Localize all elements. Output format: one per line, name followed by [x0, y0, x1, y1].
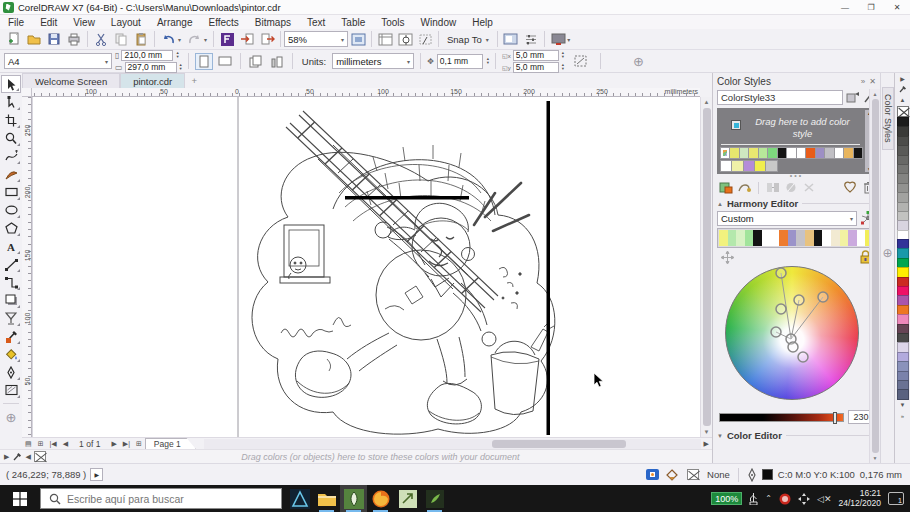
scroll-up-icon[interactable]: ▲ [704, 97, 710, 107]
auto-create-styles-icon[interactable] [846, 91, 860, 104]
page-width-field[interactable]: 210,0 mm [121, 50, 173, 61]
undo-icon[interactable]: ▾ [158, 30, 184, 48]
horizontal-ruler[interactable]: 100 50 0 50 100 150 200 250 millimeters [32, 88, 700, 97]
fullscreen-preview-icon[interactable] [348, 30, 368, 48]
palette-scroll-up-icon[interactable]: ▲ [900, 94, 906, 105]
palette-eyedropper-icon[interactable] [11, 451, 23, 463]
pick-tool[interactable] [1, 75, 21, 93]
application-dropdown-icon[interactable]: ▾ [548, 30, 574, 48]
horizontal-scroll-thumb[interactable] [492, 440, 626, 448]
docker-collapse-icon[interactable]: » [861, 77, 865, 86]
search-input[interactable] [67, 493, 257, 505]
color-style-swatch[interactable] [853, 147, 863, 159]
text-tool[interactable]: A [1, 237, 21, 255]
docker-tab-color-styles[interactable]: Color Styles [882, 87, 894, 150]
new-color-style-icon[interactable] [719, 181, 733, 194]
harmony-collapse-icon[interactable]: ▲ [717, 201, 723, 207]
nudge-spinner[interactable]: ▴▾ [487, 57, 489, 65]
usb-icon[interactable] [749, 493, 758, 505]
print-icon[interactable] [64, 30, 84, 48]
dimension-tool[interactable] [1, 255, 21, 273]
docker-close-icon[interactable]: ✕ [869, 77, 876, 86]
start-button[interactable] [0, 485, 40, 512]
page-1-tab[interactable]: Page 1 [145, 438, 196, 449]
add-property-icon[interactable]: ⊕ [633, 54, 644, 69]
outline-pen-icon[interactable] [747, 468, 757, 482]
cut-icon[interactable] [91, 30, 111, 48]
zoom-tool[interactable] [1, 129, 21, 147]
nudge-field[interactable]: 0,1 mm [437, 54, 483, 69]
brightness-slider[interactable] [719, 413, 844, 422]
battery-indicator[interactable]: 100% [711, 492, 742, 505]
new-document-icon[interactable] [4, 30, 24, 48]
object-manager-icon[interactable]: ▤ [22, 440, 35, 448]
new-harmony-icon[interactable] [737, 181, 751, 194]
taskbar-search[interactable] [40, 488, 282, 509]
tray-expand-icon[interactable]: ⌃ [765, 494, 772, 503]
ruler-origin-corner[interactable] [22, 88, 32, 97]
palette-scroll-left-icon[interactable]: ◀ [25, 453, 30, 461]
no-color-swatch[interactable] [897, 106, 909, 117]
tray-red-app-icon[interactable] [779, 493, 791, 505]
scroll-right-icon[interactable]: ▶ [701, 440, 712, 448]
rectangle-tool[interactable] [1, 183, 21, 201]
new-document-tab-button[interactable]: + [185, 73, 203, 88]
show-rulers-icon[interactable] [375, 30, 395, 48]
tab-pintor-cdr[interactable]: pintor.cdr [120, 73, 185, 88]
add-page-before-icon[interactable]: ⊞ [35, 440, 47, 448]
harmony-preset-combo[interactable]: Custom▾ [717, 211, 857, 226]
menu-layout[interactable]: Layout [103, 15, 149, 29]
page-size-combo[interactable]: A4▾ [4, 53, 112, 69]
show-grid-icon[interactable] [395, 30, 415, 48]
taskbar-app-green-icon[interactable] [394, 485, 421, 512]
sort-styles-icon[interactable] [843, 181, 857, 194]
fill-color-icon[interactable] [665, 468, 679, 481]
scroll-down-icon[interactable]: ▼ [704, 427, 710, 437]
vertical-scrollbar[interactable]: ▲ ▼ [700, 97, 712, 437]
merge-styles-icon[interactable] [766, 181, 780, 194]
interactive-fill-tool[interactable] [1, 381, 21, 399]
color-editor-collapse-icon[interactable]: ▼ [717, 433, 723, 439]
menu-tools[interactable]: Tools [373, 15, 412, 29]
palette-scroll-down-icon[interactable]: ▼ [900, 400, 906, 411]
close-button[interactable]: ✕ [884, 0, 910, 14]
duplicate-y-spinner[interactable]: ▴▾ [562, 63, 564, 71]
color-style-name-input[interactable]: ColorStyle33 [717, 90, 843, 105]
show-guidelines-icon[interactable] [415, 30, 435, 48]
menu-view[interactable]: View [65, 15, 103, 29]
freehand-tool[interactable] [1, 147, 21, 165]
duplicate-y-field[interactable]: 5,0 mm [513, 62, 559, 73]
style-swatch-icon[interactable] [720, 147, 730, 159]
crop-tool[interactable] [1, 111, 21, 129]
treat-as-filled-button[interactable] [571, 53, 589, 70]
move-harmony-icon[interactable] [721, 251, 734, 264]
ellipse-tool[interactable] [1, 201, 21, 219]
clock[interactable]: 16:21 24/12/2020 [838, 489, 881, 508]
duplicate-x-spinner[interactable]: ▴▾ [562, 51, 564, 59]
polygon-tool[interactable] [1, 219, 21, 237]
vertical-ruler[interactable]: 250 200 150 100 50 [22, 97, 32, 437]
import-icon[interactable] [237, 30, 257, 48]
tab-welcome-screen[interactable]: Welcome Screen [22, 73, 120, 88]
transparency-tool[interactable] [1, 309, 21, 327]
app-launcher-icon[interactable] [217, 30, 237, 48]
quick-customize-icon[interactable]: ⊕ [882, 246, 892, 260]
page-height-field[interactable]: 297,0 mm [125, 62, 177, 73]
palette-expand-icon[interactable]: » [901, 411, 904, 422]
maximize-button[interactable]: ❐ [858, 0, 884, 14]
tray-sync-icon[interactable] [798, 493, 810, 505]
options-icon[interactable] [521, 30, 541, 48]
landscape-button[interactable] [216, 53, 234, 70]
previous-page-icon[interactable]: ◀ [60, 440, 71, 448]
redo-icon[interactable]: ▾ [184, 30, 210, 48]
all-pages-button[interactable] [247, 53, 265, 70]
next-page-icon[interactable]: ▶ [108, 440, 119, 448]
palette-eyedropper-icon[interactable] [898, 84, 908, 94]
taskbar-coreldraw-icon[interactable] [340, 485, 367, 512]
horizontal-scrollbar[interactable] [204, 439, 701, 449]
taskbar-explorer-icon[interactable] [313, 485, 340, 512]
smart-fill-tool[interactable] [1, 345, 21, 363]
add-tool-button[interactable]: ⊕ [1, 408, 21, 426]
palette-flyout-icon[interactable]: ▶ [900, 73, 905, 84]
shape-tool[interactable] [1, 93, 21, 111]
